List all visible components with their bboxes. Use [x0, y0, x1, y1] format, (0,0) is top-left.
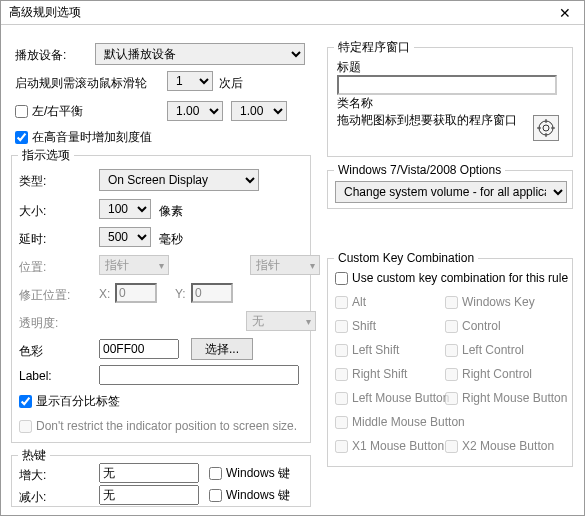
lr-balance-right[interactable]: 1.00	[231, 101, 287, 121]
delay-label: 延时:	[19, 231, 46, 248]
key-shift: Shift	[335, 319, 376, 333]
offset-y-input	[191, 283, 233, 303]
target-icon-button[interactable]	[533, 115, 559, 141]
x-label: X:	[99, 287, 110, 301]
transparency-combo: 无	[246, 311, 316, 331]
key-ctrl: Control	[445, 319, 501, 333]
win7-combo[interactable]: Change system volume - for all applicati…	[335, 181, 567, 203]
key-win: Windows Key	[445, 295, 535, 309]
offset-label: 修正位置:	[19, 287, 70, 304]
position-x-combo: 指针	[99, 255, 169, 275]
color-label: 色彩	[19, 343, 43, 360]
transparency-label: 透明度:	[19, 315, 58, 332]
key-x1: X1 Mouse Button	[335, 439, 444, 453]
hotkey-dec-input[interactable]	[99, 485, 199, 505]
target-title-input[interactable]	[337, 75, 557, 95]
hotkeys-legend: 热键	[18, 447, 50, 464]
key-x2: X2 Mouse Button	[445, 439, 554, 453]
key-mmb: Middle Mouse Button	[335, 415, 465, 429]
offset-x-input	[115, 283, 157, 303]
svg-point-0	[539, 121, 553, 135]
size-label: 大小:	[19, 203, 46, 220]
key-lshift: Left Shift	[335, 343, 399, 357]
label-input[interactable]	[99, 365, 299, 385]
type-label: 类型:	[19, 173, 46, 190]
target-window-legend: 特定程序窗口	[334, 39, 414, 56]
color-input[interactable]	[99, 339, 179, 359]
hotkey-dec-winkey[interactable]: Windows 键	[209, 487, 290, 504]
target-class-label: 类名称	[337, 95, 373, 112]
delay-select[interactable]: 500	[99, 227, 151, 247]
target-drag-hint: 拖动靶图标到想要获取的程序窗口	[337, 113, 519, 127]
window-title: 高级规则选项	[9, 4, 550, 21]
win7-legend: Windows 7/Vista/2008 Options	[334, 163, 505, 177]
use-custom-key-checkbox[interactable]: Use custom key combination for this rule	[335, 271, 568, 285]
hotkey-inc-input[interactable]	[99, 463, 199, 483]
color-choose-button[interactable]: 选择...	[191, 338, 253, 360]
svg-point-1	[543, 125, 549, 131]
delay-unit: 毫秒	[159, 231, 183, 248]
scroll-rule-suffix: 次后	[219, 75, 243, 92]
restrict-checkbox: Don't restrict the indicator position to…	[19, 419, 297, 433]
keycombo-legend: Custom Key Combination	[334, 251, 478, 265]
key-rctrl: Right Control	[445, 367, 532, 381]
playback-device-label: 播放设备:	[15, 47, 66, 64]
hotkey-inc-winkey[interactable]: Windows 键	[209, 465, 290, 482]
key-rshift: Right Shift	[335, 367, 407, 381]
label-label: Label:	[19, 369, 52, 383]
key-rmb: Right Mouse Button	[445, 391, 567, 405]
add-scale-checkbox[interactable]: 在高音量时增加刻度值	[15, 129, 152, 146]
lr-balance-left[interactable]: 1.00	[167, 101, 223, 121]
size-select[interactable]: 100	[99, 199, 151, 219]
lr-balance-checkbox[interactable]: 左/右平衡	[15, 103, 83, 120]
dialog: 高级规则选项 ✕ 播放设备: 默认播放设备 启动规则需滚动鼠标滑轮 1 次后 左…	[0, 0, 585, 516]
close-button[interactable]: ✕	[550, 2, 580, 24]
key-lmb: Left Mouse Button	[335, 391, 449, 405]
scroll-rule-label: 启动规则需滚动鼠标滑轮	[15, 75, 147, 92]
percent-checkbox[interactable]: 显示百分比标签	[19, 393, 120, 410]
type-select[interactable]: On Screen Display	[99, 169, 259, 191]
indicator-legend: 指示选项	[18, 147, 74, 164]
hotkey-dec-label: 减小:	[19, 489, 46, 506]
crosshair-icon	[537, 119, 555, 137]
key-lctrl: Left Control	[445, 343, 524, 357]
position-y-combo: 指针	[250, 255, 320, 275]
scroll-count-select[interactable]: 1	[167, 71, 213, 91]
target-title-label: 标题	[337, 59, 361, 76]
titlebar: 高级规则选项 ✕	[1, 1, 584, 25]
y-label: Y:	[175, 287, 186, 301]
hotkey-inc-label: 增大:	[19, 467, 46, 484]
position-label: 位置:	[19, 259, 46, 276]
playback-device-select[interactable]: 默认播放设备	[95, 43, 305, 65]
key-alt: Alt	[335, 295, 366, 309]
size-unit: 像素	[159, 203, 183, 220]
